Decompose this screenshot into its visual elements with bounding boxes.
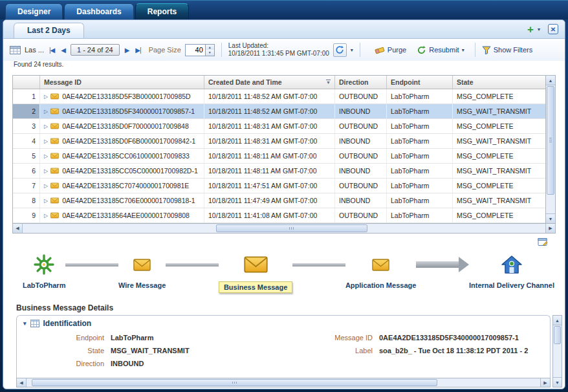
grid-view-icon[interactable] [10,46,21,54]
add-report-dropdown-icon[interactable]: ▾ [538,27,540,32]
column-header-message-id[interactable]: Message ID [40,76,204,89]
purge-button[interactable]: Purge [375,45,406,54]
table-row[interactable]: 5 ▷0AE4A2DE133185CC0610000017009833 10/1… [13,149,545,164]
sort-desc-icon[interactable]: ▼ [326,80,331,85]
scrollbar-thumb[interactable] [554,326,561,344]
tab-last-2-days[interactable]: Last 2 Days [14,23,84,38]
detach-edit-icon[interactable] [538,237,548,246]
table-row[interactable]: 8 ▷0AE4A2DE133185C706E0000017009818-1 10… [13,193,545,208]
bottom-horizontal-scrollbar[interactable]: ◀ ▶ [16,378,551,387]
scroll-left-icon[interactable]: ◀ [13,224,23,233]
created-date-text: 10/18/2011 11:47:49 AM GMT-07:00 [204,193,335,208]
flow-node-internal-delivery[interactable]: Internal Delivery Channel [469,250,554,289]
column-header-created[interactable]: Created Date and Time▼ [204,76,335,89]
expand-row-icon[interactable]: ▷ [44,213,48,219]
tab-designer[interactable]: Designer [5,3,63,19]
disclosure-icon[interactable]: ▾ [23,320,27,327]
message-id-text[interactable]: 0AE4A2DE133185D5F340000017009857-1 [62,107,195,115]
message-id-text[interactable]: 0AE4A2DE133185D0F700000017009848 [62,122,189,130]
column-header-direction[interactable]: Direction [335,76,387,89]
scroll-up-icon[interactable]: ▲ [553,316,562,325]
scrollbar-track[interactable] [23,224,545,233]
show-filters-button[interactable]: Show Filters [482,46,533,54]
page-size-input[interactable] [185,44,206,56]
state-text: MSG_WAIT_TRANSMIT [453,193,545,208]
table-row-selected[interactable]: 2 ▷0AE4A2DE133185D5F340000017009857-1 10… [13,104,545,119]
refresh-button[interactable] [333,43,347,57]
state-text: MSG_COMPLETE [453,149,545,163]
scrollbar-track[interactable] [553,345,562,377]
scrollbar-track[interactable] [546,195,555,213]
expand-row-icon[interactable]: ▷ [44,153,48,159]
report-tab-bar: Last 2 Days + ▾ ✕ [3,20,565,39]
table-row[interactable]: 9 ▷0AE4A2DE13318564AEE0000017009808 10/1… [13,208,545,223]
message-id-cell: ▷0AE4A2DE133185D5F3B000001700985D [40,89,204,103]
message-id-text[interactable]: 0AE4A2DE133185D0F6B0000017009842-1 [62,137,195,145]
direction-field-label: Direction [17,360,111,367]
table-row[interactable]: 4 ▷0AE4A2DE133185D0F6B0000017009842-1 10… [13,134,545,149]
flow-node-business-message[interactable]: Business Message [219,250,292,293]
first-page-icon[interactable]: |◀ [48,47,56,54]
details-vertical-scrollbar[interactable]: ▲ ▼ [552,315,562,387]
message-id-text[interactable]: 0AE4A2DE133185CC0610000017009833 [62,152,190,160]
identification-header[interactable]: ▾ Identification [17,316,550,331]
tab-dashboards[interactable]: Dashboards [64,3,133,19]
message-id-text[interactable]: 0AE4A2DE133185CC05C000001700982D-1 [62,167,198,175]
table-vertical-scrollbar[interactable]: ▲ ▼ [545,76,555,223]
scrollbar-thumb[interactable] [216,224,367,232]
expand-row-icon[interactable]: ▷ [44,124,48,129]
table-row[interactable]: 3 ▷0AE4A2DE133185D0F700000017009848 10/1… [13,119,545,134]
scroll-right-icon[interactable]: ▶ [545,224,555,233]
column-header-endpoint[interactable]: Endpoint [387,76,453,89]
flow-connector [292,263,345,267]
refresh-dropdown-icon[interactable]: ▾ [351,47,353,53]
spinner-down-icon[interactable]: ▼ [206,50,214,56]
expand-row-icon[interactable]: ▷ [44,198,48,204]
flow-node-wire-message[interactable]: Wire Message [118,250,166,289]
table-row[interactable]: 6 ▷0AE4A2DE133185CC05C000001700982D-1 10… [13,164,545,179]
flow-node-label: Wire Message [118,281,166,289]
scroll-left-icon[interactable]: ◀ [17,378,27,387]
flow-node-application-message[interactable]: Application Message [345,250,416,289]
view-selector[interactable]: Las ... [25,46,44,54]
flow-node-endpoint[interactable]: LabToPharm [23,250,65,289]
next-page-icon[interactable]: ▶ [124,47,131,54]
scrollbar-track[interactable] [27,378,540,387]
add-report-icon[interactable]: + [527,25,534,34]
close-icon[interactable]: ✕ [548,24,558,34]
scroll-down-icon[interactable]: ▼ [553,377,562,387]
scroll-up-icon[interactable]: ▲ [546,76,555,85]
prev-page-icon[interactable]: ◀ [60,47,67,54]
message-id-text[interactable]: 0AE4A2DE133185C706E0000017009818-1 [62,197,195,204]
expand-row-icon[interactable]: ▷ [44,168,48,174]
message-id-text[interactable]: 0AE4A2DE133185D5F3B000001700985D [62,93,191,100]
scrollbar-thumb[interactable] [32,379,437,386]
state-text: MSG_WAIT_TRANSMIT [453,104,545,118]
direction-text: INBOUND [335,164,387,178]
expand-row-icon[interactable]: ▷ [44,109,48,114]
column-label: Endpoint [391,78,421,86]
message-id-text[interactable]: 0AE4A2DE133185C7074000001700981E [62,182,189,190]
table-row[interactable]: 7 ▷0AE4A2DE133185C7074000001700981E 10/1… [13,179,545,193]
state-text: MSG_COMPLETE [453,89,545,103]
last-page-icon[interactable]: ▶| [134,47,142,54]
message-id-field-value: 0AE4A2DE133185D5F340000017009857-1 [379,334,543,342]
row-number: 2 [13,104,40,118]
table-horizontal-scrollbar[interactable]: ◀ ▶ [12,224,556,234]
tab-reports[interactable]: Reports [135,3,189,19]
state-field-label: State [17,347,111,354]
expand-row-icon[interactable]: ▷ [44,94,48,100]
column-header-rownum [13,76,40,89]
endpoint-gear-icon [34,250,54,279]
spinner-up-icon[interactable]: ▲ [206,45,214,50]
row-number: 3 [13,119,40,133]
expand-row-icon[interactable]: ▷ [44,138,48,144]
column-header-state[interactable]: State [453,76,545,89]
scroll-down-icon[interactable]: ▼ [546,213,555,223]
resubmit-button[interactable]: Resubmit ▾ [417,45,464,55]
expand-row-icon[interactable]: ▷ [44,183,48,189]
table-row[interactable]: 1 ▷0AE4A2DE133185D5F3B000001700985D 10/1… [13,89,545,104]
message-id-text[interactable]: 0AE4A2DE13318564AEE0000017009808 [62,212,190,219]
scrollbar-thumb[interactable] [547,86,554,195]
scroll-right-icon[interactable]: ▶ [540,378,550,387]
